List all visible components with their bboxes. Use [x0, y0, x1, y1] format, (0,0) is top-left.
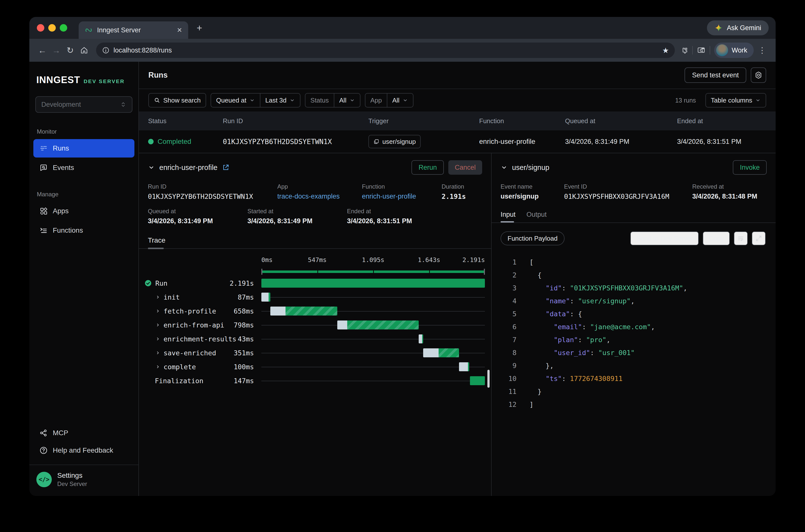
payload-code-editor[interactable]: 1[2 {3 "id": "01KJXSYPSFHBXX03GRJFV3A16M… [501, 256, 766, 411]
trace-row-fetch-profile[interactable]: fetch-profile658ms [139, 304, 491, 318]
expand-button[interactable] [752, 231, 766, 245]
rerun-button[interactable]: Rerun [411, 160, 444, 175]
tab-output[interactable]: Output [526, 211, 547, 223]
profile-chip[interactable]: Work [714, 42, 754, 58]
trace-row-init[interactable]: init87ms [139, 290, 491, 304]
sidebar-item-apps[interactable]: Apps [33, 202, 134, 220]
sidebar-item-settings[interactable]: </> Settings Dev Server [30, 465, 138, 496]
trace-row-enrich-from-api[interactable]: enrich-from-api798ms [139, 318, 491, 332]
close-window-button[interactable] [37, 24, 44, 32]
trigger-pill[interactable]: user/signup [369, 135, 421, 148]
settings-gear-button[interactable] [751, 68, 766, 83]
trace-row-enrichment-results[interactable]: enrichment-results43ms [139, 332, 491, 346]
line-number: 11 [501, 385, 517, 398]
sidebar-item-runs[interactable]: Runs [33, 139, 134, 157]
sidebar-item-mcp[interactable]: MCP [33, 424, 134, 442]
ask-gemini-button[interactable]: Ask Gemini [707, 20, 769, 35]
browser-tab[interactable]: Inngest Server ✕ [79, 21, 188, 39]
send-to-dev-server-button[interactable]: Send to Dev Server [630, 231, 699, 245]
chevron-right-icon[interactable] [155, 308, 160, 314]
copy-button[interactable]: Copy [703, 231, 730, 245]
chevron-down-icon[interactable] [148, 164, 155, 171]
event-name-value: user/signup [501, 193, 564, 200]
sidebar-item-help[interactable]: Help and Feedback [33, 442, 134, 459]
trace-step-name: init [164, 293, 180, 301]
minimap-cap [261, 269, 262, 275]
send-test-event-button[interactable]: Send test event [685, 68, 746, 83]
queued-at-filter[interactable]: Queued at [211, 94, 260, 107]
tab-input[interactable]: Input [501, 211, 516, 223]
trace-divider [139, 248, 491, 249]
word-wrap-icon [737, 235, 744, 242]
sidebar-item-events[interactable]: Events [33, 158, 134, 177]
show-search-label: Show search [163, 97, 201, 104]
timeline-minimap[interactable] [261, 269, 485, 275]
url-text[interactable]: localhost:8288/runs [113, 46, 662, 54]
table-row[interactable]: Completed 01KJXSYPZYB6TH2DSDSYETWN1X use… [139, 130, 775, 153]
bookmark-star-icon[interactable]: ★ [662, 46, 669, 55]
chevron-right-icon[interactable] [155, 337, 160, 341]
tab-close-icon[interactable]: ✕ [177, 26, 182, 34]
trace-row-save-enriched[interactable]: save-enriched351ms [139, 346, 491, 360]
function-cell: enrich-user-profile [479, 138, 565, 146]
trace-span-bar[interactable] [419, 335, 423, 343]
site-info-icon[interactable] [102, 46, 110, 54]
table-columns-label: Table columns [711, 97, 752, 104]
app-link[interactable]: trace-docs-examples [277, 193, 362, 200]
environment-select[interactable]: Development [35, 96, 132, 113]
new-tab-button[interactable]: + [196, 23, 202, 33]
reload-icon[interactable]: ↻ [63, 45, 77, 55]
tab-search-icon[interactable] [697, 46, 706, 55]
chevron-right-icon[interactable] [155, 322, 160, 327]
word-wrap-button[interactable] [734, 231, 748, 245]
browser-menu-icon[interactable]: ⋮ [758, 45, 766, 55]
trace-row-finalization[interactable]: Finalization147ms [139, 374, 491, 388]
trace-span-bar[interactable] [470, 376, 485, 385]
function-payload-button[interactable]: Function Payload [501, 231, 564, 245]
external-link-icon[interactable] [222, 164, 229, 171]
invoke-button[interactable]: Invoke [733, 160, 767, 175]
time-range-label: Last 3d [265, 97, 286, 104]
line-number: 7 [501, 334, 517, 346]
trace-span-bar[interactable] [261, 292, 270, 302]
axis-tick: 0ms [261, 256, 273, 264]
trace-span-bar[interactable] [270, 307, 338, 316]
status-filter[interactable]: Status All [305, 93, 360, 108]
code-line: 12] [501, 398, 766, 411]
trace-span-bar[interactable] [261, 279, 485, 288]
cancel-button[interactable]: Cancel [448, 160, 482, 175]
trace-span-bar[interactable] [423, 348, 459, 357]
trace-span-bar[interactable] [337, 321, 419, 329]
home-icon[interactable] [77, 46, 91, 55]
trace-step-duration: 43ms [238, 335, 254, 343]
profile-label: Work [732, 46, 747, 54]
dev-server-badge: DEV SERVER [83, 78, 125, 84]
function-link[interactable]: enrich-user-profile [362, 193, 442, 200]
sidebar: INNGEST DEV SERVER Development Monitor [30, 62, 139, 496]
trace-scrollbar-thumb[interactable] [487, 370, 490, 388]
trace-row-complete[interactable]: complete100ms [139, 360, 491, 374]
sidebar-item-label: Functions [53, 226, 83, 234]
table-columns-button[interactable]: Table columns [706, 93, 766, 108]
sidebar-item-functions[interactable]: Functions [33, 221, 134, 240]
time-range-filter[interactable]: Last 3d [260, 94, 300, 107]
forward-icon[interactable]: → [49, 45, 63, 55]
dev-server-code-icon: </> [36, 472, 52, 487]
tab-trace[interactable]: Trace [148, 236, 166, 248]
chevron-right-icon[interactable] [155, 294, 160, 300]
trace-row-run[interactable]: Run2.191s [139, 276, 491, 290]
minimize-window-button[interactable] [48, 24, 56, 32]
show-search-button[interactable]: Show search [148, 93, 206, 108]
trace-step-name: Run [155, 280, 168, 287]
maximize-window-button[interactable] [60, 24, 67, 32]
back-icon[interactable]: ← [35, 45, 49, 55]
chevron-down-icon[interactable] [501, 164, 508, 171]
app-filter[interactable]: App All [365, 93, 413, 108]
url-bar[interactable]: localhost:8288/runs ★ [96, 42, 675, 58]
extensions-icon[interactable] [680, 46, 688, 55]
settings-subtitle: Dev Server [57, 480, 87, 488]
running-segment [438, 348, 459, 357]
chevron-right-icon[interactable] [155, 350, 160, 355]
chevron-right-icon[interactable] [155, 364, 160, 369]
trace-span-bar[interactable] [459, 362, 469, 371]
